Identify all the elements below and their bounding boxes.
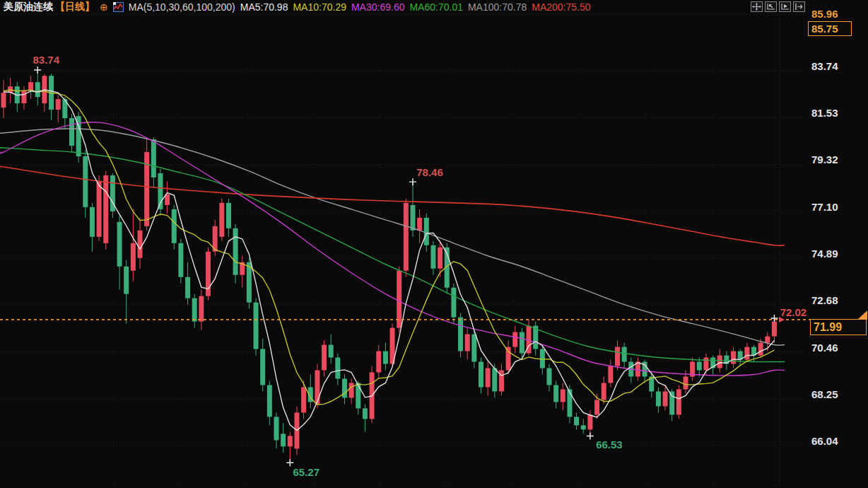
svg-text:65.27: 65.27: [293, 466, 320, 478]
go-last-icon[interactable]: [793, 1, 805, 12]
period-label[interactable]: 【日线】: [55, 1, 95, 13]
svg-text:83.74: 83.74: [33, 54, 59, 66]
ma5-value: MA5:70.98: [240, 1, 288, 13]
svg-text:72.02: 72.02: [780, 306, 807, 318]
price-chart-canvas[interactable]: 83.7478.4672.0265.2766.53: [0, 0, 868, 488]
add-indicator-icon[interactable]: ⊕: [100, 2, 108, 12]
ma100-value: MA100:70.78: [468, 1, 527, 13]
ma60-value: MA60:70.01: [409, 1, 463, 13]
chart-header: 美原油连续【日线】 ⊕ MA(5,10,30,60,100,200) MA5:7…: [4, 1, 591, 13]
ma200-value: MA200:75.50: [532, 1, 590, 13]
svg-text:78.46: 78.46: [416, 166, 443, 178]
scale-left-icon[interactable]: [765, 1, 777, 12]
ma30-value: MA30:69.60: [351, 1, 405, 13]
ma-params-label[interactable]: MA(5,10,30,60,100,200): [129, 1, 235, 13]
chart-toolbar: [751, 1, 805, 12]
scale-right-icon[interactable]: [779, 1, 791, 12]
symbol-title: 美原油连续: [4, 1, 53, 13]
mini-chart-icon[interactable]: [113, 2, 124, 12]
kline-chart-app: 83.7478.4672.0265.2766.53 美原油连续【日线】 ⊕ MA…: [0, 0, 868, 488]
ma10-value: MA10:70.29: [293, 1, 346, 13]
svg-text:66.53: 66.53: [596, 438, 623, 451]
pan-icon[interactable]: [751, 1, 763, 12]
